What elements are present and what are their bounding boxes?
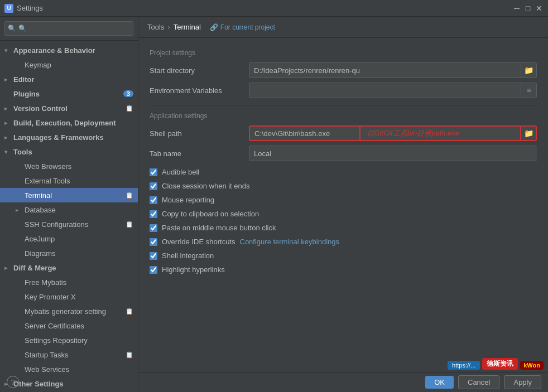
tab-name-input[interactable] bbox=[249, 149, 537, 158]
sidebar-item-build[interactable]: ▸ Build, Execution, Deployment bbox=[0, 115, 138, 130]
for-current-project-link[interactable]: 🔗 For current project bbox=[210, 23, 275, 31]
sidebar-item-label: Editor bbox=[13, 75, 35, 84]
sidebar-item-web-services[interactable]: Web Services bbox=[0, 362, 138, 376]
shell-path-row: Shell path 📁 bbox=[150, 125, 537, 141]
shell-path-label: Shell path bbox=[150, 129, 244, 138]
sidebar-item-appearance[interactable]: ▾ Appearance & Behavior bbox=[0, 43, 138, 57]
sidebar-item-editor[interactable]: ▸ Editor bbox=[0, 72, 138, 86]
sidebar-item-external-tools[interactable]: External Tools bbox=[0, 173, 138, 188]
cancel-button[interactable]: Cancel bbox=[458, 375, 499, 389]
sidebar-item-version-control[interactable]: ▸ Version Control 📋 bbox=[0, 101, 138, 115]
sidebar-item-label: Web Browsers bbox=[25, 162, 71, 171]
tab-name-row: Tab name bbox=[150, 146, 537, 161]
plugins-badge: 3 bbox=[123, 90, 133, 97]
section-separator bbox=[150, 105, 537, 105]
shell-integration-row: Shell integration bbox=[150, 250, 537, 261]
shell-path-browse-button[interactable]: 📁 bbox=[521, 125, 537, 141]
arrow-icon: ▸ bbox=[4, 76, 12, 83]
sidebar-item-diff[interactable]: ▸ Diff & Merge bbox=[0, 260, 138, 275]
sidebar-item-database[interactable]: ▸ Database bbox=[0, 202, 138, 217]
highlight-hyperlinks-row: Highlight hyperlinks bbox=[150, 264, 537, 275]
close-session-label: Close session when it ends bbox=[162, 182, 250, 190]
sidebar-item-ssh[interactable]: SSH Configurations 📋 bbox=[0, 217, 138, 231]
settings-panel: Project settings Start directory 📁 Envir… bbox=[138, 38, 548, 372]
sidebar-item-terminal[interactable]: Terminal 📋 bbox=[0, 188, 138, 202]
external-icon: 📋 bbox=[126, 105, 133, 112]
sidebar-item-settings-repo[interactable]: Settings Repository bbox=[0, 333, 138, 347]
sidebar-item-label: Mybatis generator setting bbox=[25, 307, 106, 316]
breadcrumb: Tools › Terminal 🔗 For current project bbox=[138, 17, 548, 38]
sidebar-item-mybatis-gen[interactable]: Mybatis generator setting 📋 bbox=[0, 304, 138, 318]
sidebar-item-web-browsers[interactable]: Web Browsers bbox=[0, 159, 138, 173]
start-directory-label: Start directory bbox=[150, 66, 244, 75]
start-directory-browse-button[interactable]: 📁 bbox=[521, 63, 536, 78]
arrow-icon: ▸ bbox=[4, 120, 12, 126]
sidebar-item-diagrams[interactable]: Diagrams bbox=[0, 246, 138, 260]
arrow-icon: ▸ bbox=[16, 207, 23, 213]
sidebar-item-key-promoter[interactable]: Key Promoter X bbox=[0, 289, 138, 304]
arrow-icon: ▸ bbox=[4, 265, 12, 271]
sidebar-item-label: AceJump bbox=[25, 235, 55, 243]
env-variables-input[interactable] bbox=[249, 86, 521, 95]
maximize-button[interactable]: □ bbox=[523, 4, 532, 13]
bottom-bar: ? OK Cancel Apply bbox=[138, 372, 548, 392]
breadcrumb-current: Terminal bbox=[174, 23, 201, 31]
shell-path-input-left[interactable] bbox=[249, 125, 360, 141]
configure-keybindings-link[interactable]: Configure terminal keybindings bbox=[240, 238, 339, 246]
close-session-checkbox[interactable] bbox=[150, 182, 157, 190]
project-settings-label: Project settings bbox=[150, 49, 537, 57]
sidebar-item-acejump[interactable]: AceJump bbox=[0, 231, 138, 246]
sidebar-item-label: Free Mybatis bbox=[25, 278, 66, 287]
sidebar-item-startup-tasks[interactable]: Startup Tasks 📋 bbox=[0, 347, 138, 362]
paste-middle-label: Paste on middle mouse button click bbox=[162, 224, 276, 232]
sidebar-item-other-settings[interactable]: ▸ Other Settings bbox=[0, 376, 138, 391]
sidebar-item-free-mybatis[interactable]: Free Mybatis bbox=[0, 275, 138, 289]
env-variables-label: Environment Variables bbox=[150, 86, 244, 95]
sidebar-item-label: Build, Execution, Deployment bbox=[13, 119, 116, 127]
sidebar-item-label: External Tools bbox=[25, 177, 70, 185]
sidebar-item-plugins[interactable]: Plugins 3 bbox=[0, 86, 138, 101]
sidebar-item-tools[interactable]: ▾ Tools bbox=[0, 144, 138, 159]
sidebar-item-label: Diff & Merge bbox=[13, 264, 56, 272]
audible-bell-checkbox[interactable] bbox=[150, 168, 157, 176]
window-title: Settings bbox=[17, 4, 43, 12]
app-settings-label: Application settings bbox=[150, 112, 537, 120]
highlight-hyperlinks-checkbox[interactable] bbox=[150, 266, 157, 274]
minimize-button[interactable]: ─ bbox=[512, 4, 521, 13]
arrow-icon: ▸ bbox=[4, 134, 12, 141]
sidebar-item-label: Server Certificates bbox=[25, 322, 84, 330]
search-box: 🔍 bbox=[0, 17, 138, 41]
arrow-icon: ▸ bbox=[4, 105, 12, 112]
link-icon: 🔗 bbox=[210, 23, 218, 31]
sidebar-item-label: Other Settings bbox=[13, 380, 64, 388]
tab-name-input-wrapper bbox=[249, 146, 537, 161]
copy-clipboard-checkbox[interactable] bbox=[150, 210, 157, 218]
sidebar-item-server-certs[interactable]: Server Certificates bbox=[0, 318, 138, 333]
ssh-icon: 📋 bbox=[126, 221, 133, 228]
shell-path-input-group: 📁 bbox=[249, 125, 537, 141]
sidebar-item-label: Diagrams bbox=[25, 249, 56, 258]
close-button[interactable]: ✕ bbox=[535, 4, 544, 13]
ok-button[interactable]: OK bbox=[425, 376, 454, 389]
checkboxes-section: Audible bell Close session when it ends … bbox=[150, 167, 537, 275]
apply-button[interactable]: Apply bbox=[504, 375, 541, 389]
search-input[interactable] bbox=[4, 21, 133, 36]
paste-middle-checkbox[interactable] bbox=[150, 224, 157, 232]
paste-middle-row: Paste on middle mouse button click bbox=[150, 222, 537, 233]
breadcrumb-separator: › bbox=[167, 23, 170, 31]
copy-clipboard-label: Copy to clipboard on selection bbox=[162, 210, 259, 218]
override-shortcuts-checkbox[interactable] bbox=[150, 238, 157, 246]
startup-icon: 📋 bbox=[126, 351, 133, 359]
shell-integration-checkbox[interactable] bbox=[150, 252, 157, 260]
kwon-badge: kWon bbox=[520, 361, 544, 370]
env-variables-browse-button[interactable]: ≡ bbox=[521, 83, 536, 98]
site-name: 德斯资讯 bbox=[487, 359, 513, 369]
env-variables-input-wrapper: ≡ bbox=[249, 83, 537, 98]
sidebar-item-keymap[interactable]: Keymap bbox=[0, 57, 138, 72]
shell-path-input-right[interactable] bbox=[360, 125, 521, 141]
sidebar-item-label: Version Control bbox=[13, 104, 68, 113]
start-directory-input[interactable] bbox=[249, 66, 521, 75]
mouse-reporting-checkbox[interactable] bbox=[150, 196, 157, 204]
sidebar-item-languages[interactable]: ▸ Languages & Frameworks bbox=[0, 130, 138, 144]
sidebar-item-label: Keymap bbox=[25, 61, 51, 69]
